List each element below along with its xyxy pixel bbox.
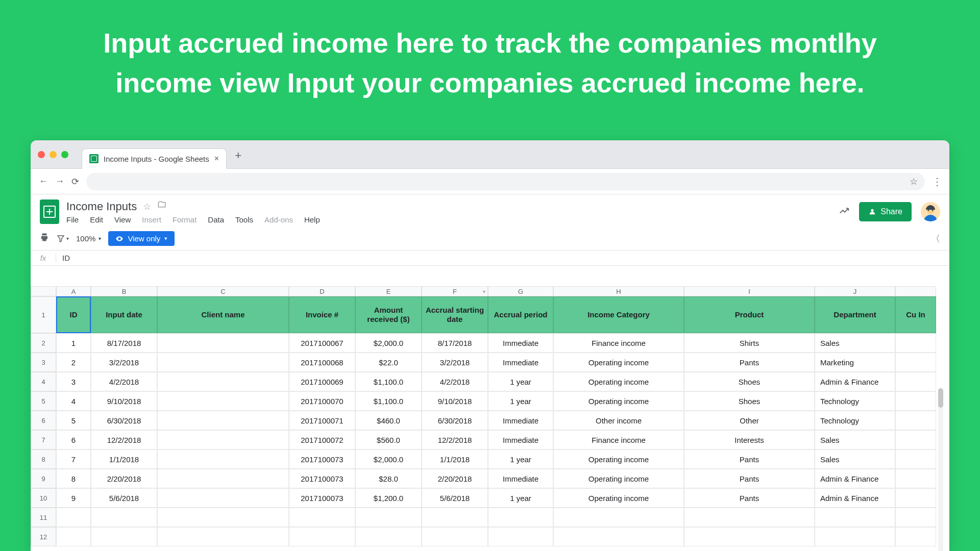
forward-icon[interactable]: → xyxy=(55,176,64,187)
new-tab-icon[interactable]: + xyxy=(235,149,241,162)
table-header[interactable]: Amount received ($) xyxy=(355,296,422,333)
cell[interactable] xyxy=(895,449,936,469)
spreadsheet[interactable]: ABCDEF▾GHIJ1IDInput dateClient nameInvoi… xyxy=(31,286,949,551)
cell[interactable]: Admin & Finance xyxy=(815,469,895,488)
share-button[interactable]: Share xyxy=(859,202,912,221)
col-header-H[interactable]: H xyxy=(553,286,684,296)
cell[interactable]: 5/6/2018 xyxy=(91,488,157,508)
cell[interactable] xyxy=(157,527,289,546)
cell[interactable]: Pants xyxy=(684,488,815,508)
cell[interactable]: 1/1/2018 xyxy=(422,449,488,469)
cell[interactable]: Sales xyxy=(815,449,895,469)
cell[interactable] xyxy=(157,508,289,527)
cell[interactable] xyxy=(815,508,895,527)
cell[interactable]: 2017100069 xyxy=(289,372,355,391)
cell[interactable] xyxy=(895,527,936,546)
cell[interactable] xyxy=(553,527,684,546)
cell[interactable] xyxy=(684,527,815,546)
cell[interactable] xyxy=(157,333,289,353)
col-header-F[interactable]: F▾ xyxy=(422,286,488,296)
scroll-thumb[interactable] xyxy=(938,388,943,408)
row-header[interactable]: 3 xyxy=(31,353,56,372)
cell[interactable]: Admin & Finance xyxy=(815,488,895,508)
menu-tools[interactable]: Tools xyxy=(235,215,253,224)
cell[interactable]: $560.0 xyxy=(355,430,422,449)
cell[interactable]: 2/20/2018 xyxy=(422,469,488,488)
cell[interactable]: Pants xyxy=(684,353,815,372)
cell[interactable] xyxy=(56,527,91,546)
cell[interactable]: Technology xyxy=(815,411,895,430)
cell[interactable] xyxy=(56,508,91,527)
cell[interactable]: $28.0 xyxy=(355,469,422,488)
cell[interactable]: Technology xyxy=(815,391,895,411)
cell[interactable] xyxy=(157,449,289,469)
close-window-icon[interactable] xyxy=(38,151,45,158)
cell[interactable]: Finance income xyxy=(553,333,684,353)
cell[interactable]: Shoes xyxy=(684,372,815,391)
cell[interactable]: Operating income xyxy=(553,353,684,372)
cell[interactable] xyxy=(157,430,289,449)
cell[interactable]: 7 xyxy=(56,449,91,469)
cell[interactable]: $1,100.0 xyxy=(355,391,422,411)
cell[interactable] xyxy=(355,527,422,546)
table-header[interactable]: Product xyxy=(684,296,815,333)
cell[interactable]: 3/2/2018 xyxy=(422,353,488,372)
menu-help[interactable]: Help xyxy=(304,215,320,224)
cell[interactable]: 2 xyxy=(56,353,91,372)
menu-edit[interactable]: Edit xyxy=(90,215,103,224)
cell[interactable]: Admin & Finance xyxy=(815,372,895,391)
cell[interactable] xyxy=(895,333,936,353)
cell[interactable]: Other xyxy=(684,411,815,430)
menu-insert[interactable]: Insert xyxy=(142,215,161,224)
cell[interactable] xyxy=(157,469,289,488)
cell[interactable]: 1 year xyxy=(488,449,553,469)
cell[interactable]: Pants xyxy=(684,449,815,469)
cell[interactable] xyxy=(895,391,936,411)
menu-data[interactable]: Data xyxy=(208,215,224,224)
col-header-C[interactable]: C xyxy=(157,286,289,296)
cell[interactable]: Operating income xyxy=(553,469,684,488)
reload-icon[interactable]: ⟳ xyxy=(71,176,79,187)
cell[interactable]: 3 xyxy=(56,372,91,391)
cell[interactable]: 1 year xyxy=(488,488,553,508)
cell[interactable] xyxy=(289,508,355,527)
cell[interactable]: 5/6/2018 xyxy=(422,488,488,508)
cell[interactable]: 6/30/2018 xyxy=(91,411,157,430)
table-header[interactable]: Input date xyxy=(91,296,157,333)
cell[interactable]: Operating income xyxy=(553,391,684,411)
table-header-partial[interactable]: Cu In xyxy=(895,296,936,333)
cell[interactable]: Interests xyxy=(684,430,815,449)
cell[interactable]: $1,100.0 xyxy=(355,372,422,391)
table-header[interactable]: Department xyxy=(815,296,895,333)
cell[interactable] xyxy=(895,411,936,430)
cell[interactable] xyxy=(895,372,936,391)
cell[interactable] xyxy=(488,508,553,527)
cell[interactable]: Immediate xyxy=(488,430,553,449)
bookmark-star-icon[interactable]: ☆ xyxy=(910,176,918,187)
browser-tab[interactable]: Income Inputs - Google Sheets × xyxy=(82,148,227,169)
fx-value[interactable]: ID xyxy=(56,254,76,262)
print-icon[interactable] xyxy=(40,233,49,244)
maximize-window-icon[interactable] xyxy=(61,151,68,158)
cell[interactable]: Immediate xyxy=(488,469,553,488)
cell[interactable]: 2017100073 xyxy=(289,488,355,508)
cell[interactable]: 2017100073 xyxy=(289,469,355,488)
cell[interactable] xyxy=(289,527,355,546)
cell[interactable]: Marketing xyxy=(815,353,895,372)
cell[interactable] xyxy=(157,488,289,508)
row-header[interactable]: 2 xyxy=(31,333,56,353)
row-header-1[interactable]: 1 xyxy=(31,296,56,333)
cell[interactable]: Operating income xyxy=(553,372,684,391)
minimize-window-icon[interactable] xyxy=(50,151,57,158)
menu-file[interactable]: File xyxy=(66,215,79,224)
cell[interactable]: 9 xyxy=(56,488,91,508)
select-all-corner[interactable] xyxy=(31,286,56,296)
cell[interactable] xyxy=(157,411,289,430)
cell[interactable]: 9/10/2018 xyxy=(91,391,157,411)
cell[interactable] xyxy=(895,353,936,372)
cell[interactable]: Finance income xyxy=(553,430,684,449)
row-header[interactable]: 4 xyxy=(31,372,56,391)
col-header-D[interactable]: D xyxy=(289,286,355,296)
tab-close-icon[interactable]: × xyxy=(214,154,219,163)
cell[interactable]: Shirts xyxy=(684,333,815,353)
